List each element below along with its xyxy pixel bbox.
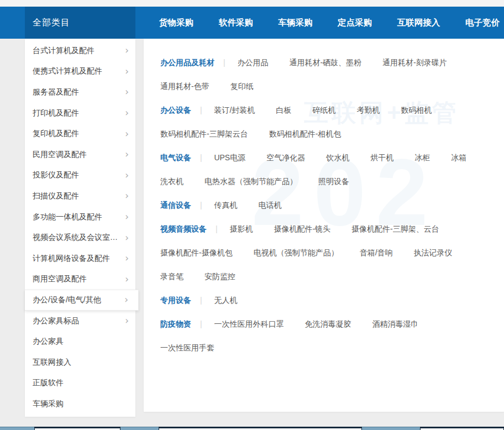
sidebar-category-item[interactable]: 办公家具标品 › — [25, 311, 135, 332]
sidebar-category-item[interactable]: 商用空调及配件 › — [25, 269, 135, 290]
top-nav-item[interactable]: 车辆采购 — [278, 17, 312, 29]
subcategory-item[interactable]: 传真机 — [214, 193, 237, 217]
sidebar-category-label: 多功能一体机及配件 — [33, 212, 102, 222]
chevron-right-icon: › — [125, 275, 129, 284]
sidebar-category-item[interactable]: 视频会议系统及会议室音... › — [25, 227, 135, 248]
subcategory-item[interactable]: 通用耗材-刻录碟片 — [382, 51, 447, 75]
subcategory-item[interactable]: 冰柜 — [414, 146, 430, 170]
sidebar-category-item[interactable]: 多功能一体机及配件 › — [25, 207, 135, 228]
group-divider: | — [200, 106, 202, 114]
sidebar-category-item[interactable]: 办公/设备/电气/其他 › — [25, 290, 139, 311]
subcategory-item[interactable]: 录音笔 — [160, 265, 183, 289]
subcategory-group-title[interactable]: 防疫物资 — [160, 319, 191, 328]
subcategory-item[interactable]: 摄像机配件-镜头 — [274, 217, 330, 241]
footer-strip-segment — [420, 427, 504, 430]
sidebar-category-item[interactable]: 车辆采购 › — [25, 394, 135, 415]
subcategory-item[interactable]: 酒精消毒湿巾 — [372, 312, 418, 336]
sidebar-category-item[interactable]: 复印机及配件 › — [25, 123, 135, 144]
subcategory-group-title[interactable]: 通信设备 — [160, 201, 191, 209]
chevron-right-icon: › — [125, 67, 129, 76]
sidebar-category-label: 复印机及配件 — [33, 129, 79, 139]
sidebar-category-label: 台式计算机及配件 — [33, 46, 95, 56]
sidebar-category-item[interactable]: 台式计算机及配件 › — [25, 40, 135, 61]
chevron-right-icon: › — [125, 129, 129, 139]
top-navigation-bar: 全部类目 货物采购 软件采购 车辆采购 定点采购 互联网接入 电子竞价 — [0, 7, 504, 39]
top-nav-item[interactable]: 电子竞价 — [465, 17, 500, 29]
sidebar-category-item[interactable]: 计算机网络设备及配件 › — [25, 248, 135, 269]
subcategory-item[interactable]: 数码相机配件-相机包 — [269, 122, 342, 146]
sidebar-category-item[interactable]: 正版软件 › — [25, 373, 135, 394]
sidebar-category-label: 办公家具标品 — [33, 316, 79, 326]
subcategory-item[interactable]: 碎纸机 — [312, 98, 335, 122]
subcategory-item[interactable]: 执法记录仪 — [414, 241, 453, 265]
subcategory-item[interactable]: 复印纸 — [230, 75, 254, 98]
sidebar-category-label: 便携式计算机及配件 — [33, 66, 102, 76]
subcategory-item[interactable]: 办公用品 — [237, 51, 268, 75]
chevron-right-icon: › — [125, 233, 129, 243]
subcategory-item[interactable]: 免洗消毒凝胶 — [305, 312, 351, 336]
subcategory-item[interactable]: 通用耗材-硒鼓、墨粉 — [289, 51, 361, 75]
subcategory-item[interactable]: 数码相机配件-三脚架云台 — [160, 122, 248, 146]
sidebar-category-item[interactable]: 扫描仪及配件 › — [25, 186, 135, 207]
subcategory-group: 视频音频设备 | 摄影机摄像机配件-镜头摄像机配件-三脚架、云台摄像机配件-摄像… — [160, 217, 494, 289]
subcategory-group-title[interactable]: 视频音频设备 — [160, 224, 207, 233]
sidebar-category-item[interactable]: 民用空调及配件 › — [25, 144, 135, 165]
sidebar-category-item[interactable]: 便携式计算机及配件 › — [25, 61, 135, 82]
subcategory-item[interactable]: 照明设备 — [318, 170, 349, 193]
subcategory-group-title[interactable]: 办公用品及耗材 — [160, 58, 214, 67]
subcategory-item[interactable]: 烘干机 — [370, 146, 393, 170]
subcategory-item[interactable]: 洗衣机 — [160, 170, 183, 193]
subcategory-item[interactable]: 摄像机配件-摄像机包 — [160, 241, 233, 265]
sidebar-category-item[interactable]: 办公家具 › — [25, 331, 135, 352]
subcategory-item[interactable]: UPS电源 — [214, 146, 245, 170]
subcategory-item[interactable]: 摄影机 — [229, 217, 253, 241]
group-divider: | — [200, 201, 202, 209]
subcategory-item[interactable]: 无人机 — [214, 289, 237, 312]
group-divider: | — [200, 319, 202, 328]
chevron-right-icon: › — [125, 46, 129, 55]
chevron-right-icon: › — [125, 191, 129, 201]
chevron-right-icon: › — [125, 316, 129, 326]
sidebar-category-label: 正版软件 — [33, 378, 64, 388]
subcategory-item-list: 装订/封装机白板碎纸机考勤机数码相机数码相机配件-三脚架云台数码相机配件-相机包 — [160, 106, 453, 138]
footer-strip-segment — [159, 427, 362, 430]
subcategory-group: 办公设备 | 装订/封装机白板碎纸机考勤机数码相机数码相机配件-三脚架云台数码相… — [160, 98, 494, 146]
subcategory-item[interactable]: 通用耗材-色带 — [160, 75, 209, 98]
subcategory-group-title[interactable]: 电气设备 — [160, 153, 191, 162]
subcategory-item[interactable]: 饮水机 — [326, 146, 349, 170]
all-categories-button[interactable]: 全部类目 — [25, 7, 135, 39]
subcategory-item[interactable]: 电视机（强制节能产品） — [254, 241, 339, 265]
subcategory-item[interactable]: 一次性医用手套 — [160, 336, 214, 360]
group-divider: | — [216, 224, 218, 233]
top-nav-item[interactable]: 互联网接入 — [397, 17, 440, 29]
sidebar-category-label: 车辆采购 — [33, 399, 64, 409]
subcategory-group-title[interactable]: 专用设备 — [160, 296, 191, 305]
sidebar-category-item[interactable]: 互联网接入 › — [25, 352, 135, 373]
subcategory-item[interactable]: 考勤机 — [356, 98, 380, 122]
subcategory-item[interactable]: 装订/封装机 — [214, 98, 255, 122]
subcategory-item-list: 摄影机摄像机配件-镜头摄像机配件-三脚架、云台摄像机配件-摄像机包电视机（强制节… — [160, 224, 474, 281]
sidebar-category-item[interactable]: 打印机及配件 › — [25, 103, 135, 124]
sidebar-category-label: 民用空调及配件 — [33, 150, 87, 160]
sidebar-category-label: 商用空调及配件 — [33, 274, 87, 284]
subcategory-item[interactable]: 摄像机配件-三脚架、云台 — [351, 217, 439, 241]
subcategory-item[interactable]: 电热水器（强制节能产品） — [204, 170, 297, 193]
sidebar-category-item[interactable]: 投影仪及配件 › — [25, 165, 135, 186]
subcategory-item[interactable]: 电话机 — [258, 193, 281, 217]
top-nav-item[interactable]: 定点采购 — [338, 17, 372, 29]
subcategory-item[interactable]: 白板 — [276, 98, 291, 122]
subcategory-item[interactable]: 冰箱 — [451, 146, 466, 170]
subcategory-item[interactable]: 空气净化器 — [266, 146, 305, 170]
top-nav-item[interactable]: 货物采购 — [159, 17, 193, 29]
subcategory-item[interactable]: 一次性医用外科口罩 — [214, 312, 284, 336]
subcategory-item[interactable]: 音箱/音响 — [360, 241, 393, 265]
subcategory-group-title[interactable]: 办公设备 — [160, 106, 191, 114]
chevron-right-icon: › — [125, 87, 129, 97]
subcategory-item[interactable]: 数码相机 — [401, 98, 432, 122]
all-categories-label: 全部类目 — [33, 17, 70, 29]
subcategory-item[interactable]: 安防监控 — [204, 265, 235, 289]
sidebar-category-item[interactable]: 服务器及配件 › — [25, 82, 135, 103]
sidebar-category-label: 互联网接入 — [33, 358, 71, 368]
chevron-right-icon: › — [125, 150, 129, 159]
top-nav-item[interactable]: 软件采购 — [219, 17, 253, 29]
